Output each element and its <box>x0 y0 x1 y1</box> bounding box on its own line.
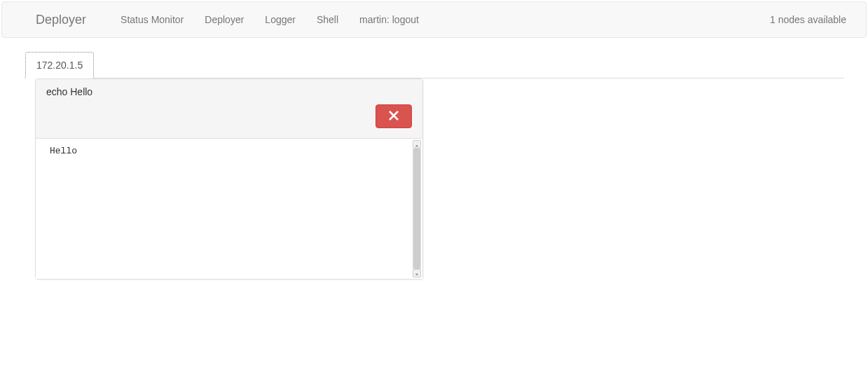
nav-status-monitor[interactable]: Status Monitor <box>110 4 194 36</box>
scroll-thumb[interactable] <box>413 149 420 269</box>
app-brand[interactable]: Deployer <box>12 13 110 27</box>
host-tabs: 172.20.1.5 <box>24 52 844 78</box>
nav-logger[interactable]: Logger <box>254 4 306 36</box>
nodes-available-status: 1 nodes available <box>770 14 856 25</box>
nav-deployer[interactable]: Deployer <box>194 4 254 36</box>
command-title: echo Hello <box>46 86 412 97</box>
panel-header: echo Hello <box>36 79 422 139</box>
nav-links: Status Monitor Deployer Logger Shell mar… <box>110 4 429 36</box>
scroll-down-button[interactable] <box>413 269 421 277</box>
scrollbar[interactable] <box>413 140 421 277</box>
nav-logout[interactable]: martin: logout <box>349 4 429 36</box>
scroll-track[interactable] <box>413 149 421 269</box>
nav-shell[interactable]: Shell <box>306 4 349 36</box>
command-panel: echo Hello Hello <box>35 78 423 280</box>
panel-body: Hello <box>36 139 422 279</box>
caret-down-icon <box>415 268 419 279</box>
content-area: 172.20.1.5 echo Hello Hello <box>0 38 868 280</box>
command-output: Hello <box>36 139 422 163</box>
navbar: Deployer Status Monitor Deployer Logger … <box>1 1 867 38</box>
tab-host[interactable]: 172.20.1.5 <box>25 52 94 78</box>
close-icon <box>389 111 399 123</box>
close-button[interactable] <box>376 104 412 128</box>
scroll-up-button[interactable] <box>413 140 421 149</box>
